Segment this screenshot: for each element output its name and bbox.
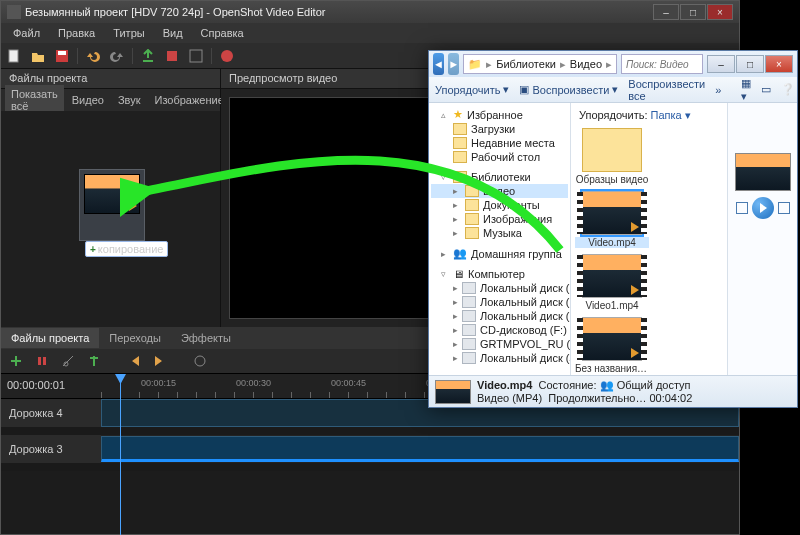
preview-pane-icon[interactable]: ▭ [761,83,771,96]
project-files-drop-area[interactable]: копирование [1,111,220,327]
drive-icon [462,282,476,294]
file-item[interactable]: Video.mp4 [575,191,649,248]
tree-drive[interactable]: GRTMPVOL_RU (I:) [480,338,571,350]
tree-images[interactable]: Изображения [483,213,552,225]
redo-icon[interactable] [108,47,126,65]
breadcrumb[interactable]: 📁 ▸ Библиотеки ▸ Видео ▸ [463,54,617,74]
explorer-close-button[interactable]: × [765,55,793,73]
explorer-minimize-button[interactable]: – [707,55,735,73]
tab-project-files[interactable]: Файлы проекта [1,328,99,348]
fullscreen-icon[interactable] [187,47,205,65]
file-item[interactable]: Video1.mp4 [575,254,649,311]
profile-icon[interactable] [163,47,181,65]
menu-view[interactable]: Вид [155,25,191,41]
track-row[interactable]: Дорожка 3 [1,435,739,471]
tree-computer[interactable]: Компьютер [468,268,525,280]
filter-audio[interactable]: Звук [112,91,147,109]
preview-play-button[interactable] [752,197,774,219]
tree-libraries[interactable]: Библиотеки [471,171,531,183]
preview-pane [727,103,797,375]
menu-file[interactable]: Файл [5,25,48,41]
folder-icon [465,185,479,197]
dropped-clip[interactable] [79,169,145,241]
project-files-filter-tabs: Показать всё Видео Звук Изображение [1,89,220,111]
search-input[interactable] [621,54,703,74]
tree-video[interactable]: Видео [483,185,515,197]
drive-icon [462,296,476,308]
file-label: Video.mp4 [575,237,649,248]
export-icon[interactable] [218,47,236,65]
drive-icon [462,324,476,336]
track-label[interactable]: Дорожка 4 [1,399,101,427]
menu-bar: Файл Правка Титры Вид Справка [1,23,739,43]
file-item[interactable]: Без названия.mp4 [575,317,649,374]
help-icon[interactable]: ❔ [781,83,795,96]
tree-recent[interactable]: Недавние места [471,137,555,149]
file-list[interactable]: Упорядочить: Папка ▾ Образцы видеоVideo.… [571,103,727,375]
file-label: Образцы видео [575,174,649,185]
clip[interactable] [101,436,739,462]
crumb-video[interactable]: Видео [570,58,602,70]
tab-transitions[interactable]: Переходы [99,328,171,348]
video-thumbnail-icon [582,317,642,361]
track-label[interactable]: Дорожка 3 [1,435,101,463]
folder-icon [465,213,479,225]
close-button[interactable]: × [707,4,733,20]
maximize-button[interactable]: □ [680,4,706,20]
new-project-icon[interactable] [5,47,23,65]
view-options-icon[interactable]: ▦ ▾ [741,77,751,103]
tree-drive[interactable]: Локальный диск (E:) [480,310,571,322]
tree-drive[interactable]: Локальный диск (J:) [480,352,571,364]
explorer-toolbar: Упорядочить ▾ ▣ Воспроизвести ▾ Воспроиз… [429,77,797,103]
minimize-button[interactable]: – [653,4,679,20]
tree-homegroup[interactable]: Домашняя группа [471,248,562,260]
tree-favorites[interactable]: Избранное [467,109,523,121]
menu-help[interactable]: Справка [193,25,252,41]
tree-drive[interactable]: Локальный диск (D:) [480,296,571,308]
next-frame-icon[interactable] [778,202,790,214]
tree-drive[interactable]: Локальный диск (C:) [480,282,571,294]
save-project-icon[interactable] [53,47,71,65]
sort-value[interactable]: Папка [651,109,682,121]
center-playhead-icon[interactable] [191,352,209,370]
folder-icon [465,199,479,211]
menu-edit[interactable]: Правка [50,25,103,41]
nav-forward-button[interactable]: ► [448,53,459,75]
import-files-icon[interactable] [139,47,157,65]
tree-documents[interactable]: Документы [483,199,540,211]
add-track-icon[interactable] [7,352,25,370]
explorer-maximize-button[interactable]: □ [736,55,764,73]
tab-effects[interactable]: Эффекты [171,328,241,348]
razor-icon[interactable] [59,352,77,370]
folder-icon [453,123,467,135]
explorer-titlebar[interactable]: ◄ ► 📁 ▸ Библиотеки ▸ Видео ▸ – □ × [429,51,797,77]
tree-music[interactable]: Музыка [483,227,522,239]
open-project-icon[interactable] [29,47,47,65]
openshot-titlebar[interactable]: Безымянный проект [HDV 720 24p] - OpenSh… [1,1,739,23]
nav-back-button[interactable]: ◄ [433,53,444,75]
crumb-libraries[interactable]: Библиотеки [496,58,556,70]
prev-frame-icon[interactable] [736,202,748,214]
playhead[interactable] [120,374,121,535]
file-item[interactable]: Образцы видео [575,128,649,185]
tree-downloads[interactable]: Загрузки [471,123,515,135]
play-button[interactable]: ▣ Воспроизвести ▾ [519,83,618,96]
marker-icon[interactable] [85,352,103,370]
tree-drive[interactable]: CD-дисковод (F:) 15.0.4420.1017 [480,324,571,336]
preview-thumbnail [735,153,791,191]
jump-start-icon[interactable] [125,352,143,370]
filter-image[interactable]: Изображение [148,91,229,109]
snap-icon[interactable] [33,352,51,370]
organize-button[interactable]: Упорядочить ▾ [435,83,509,96]
jump-end-icon[interactable] [151,352,169,370]
undo-icon[interactable] [84,47,102,65]
svg-rect-2 [58,51,66,55]
copy-indicator: копирование [85,241,168,257]
tree-desktop[interactable]: Рабочий стол [471,151,540,163]
menu-titles[interactable]: Титры [105,25,152,41]
play-all-button[interactable]: Воспроизвести все [628,78,705,102]
filter-video[interactable]: Видео [66,91,110,109]
nav-tree[interactable]: ▵★Избранное Загрузки Недавние места Рабо… [429,103,571,375]
svg-point-6 [195,356,205,366]
computer-icon: 🖥 [453,268,464,280]
